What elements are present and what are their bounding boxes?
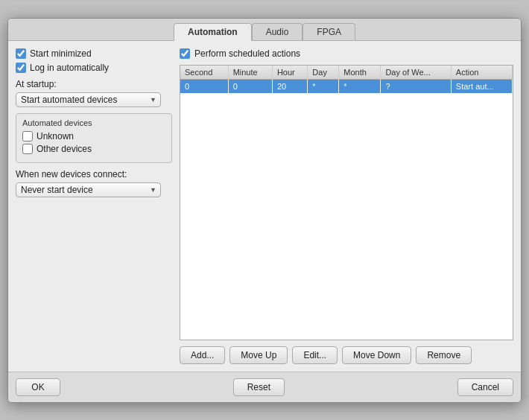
- perform-scheduled-checkbox[interactable]: [180, 48, 190, 59]
- cell-minute: 0: [228, 79, 272, 93]
- cell-dow: ?: [381, 79, 451, 93]
- tab-bar: Automation Audio FPGA: [8, 19, 521, 41]
- left-panel: Start minimized Log in automatically At …: [16, 48, 172, 364]
- tab-automation[interactable]: Automation: [174, 23, 252, 41]
- log-in-auto-row: Log in automatically: [16, 63, 172, 73]
- never-start-select-wrapper: Never start device Always start device A…: [16, 182, 161, 197]
- edit-button[interactable]: Edit...: [292, 346, 338, 364]
- col-second: Second: [180, 66, 228, 80]
- col-month: Month: [339, 66, 381, 80]
- perform-scheduled-row: Perform scheduled actions: [180, 48, 513, 59]
- at-startup-label: At startup:: [16, 79, 172, 89]
- table-buttons-row: Add... Move Up Edit... Move Down Remove: [180, 346, 513, 364]
- content-area: Start minimized Log in automatically At …: [8, 41, 521, 372]
- col-dow: Day of We...: [381, 66, 451, 80]
- cell-month: *: [339, 79, 381, 93]
- automated-devices-group: Automated devices Unknown Other devices: [16, 113, 172, 163]
- table-header-row: Second Minute Hour Day Month Day of We..…: [180, 66, 513, 80]
- start-minimized-checkbox[interactable]: [16, 48, 26, 59]
- remove-button[interactable]: Remove: [416, 346, 472, 364]
- tab-audio[interactable]: Audio: [252, 23, 303, 40]
- other-devices-label: Other devices: [37, 144, 92, 154]
- reset-button[interactable]: Reset: [233, 378, 285, 396]
- unknown-checkbox[interactable]: [22, 131, 33, 141]
- unknown-row: Unknown: [22, 131, 165, 141]
- col-hour: Hour: [272, 66, 307, 80]
- automated-devices-title: Automated devices: [22, 118, 165, 127]
- never-start-select[interactable]: Never start device Always start device A…: [16, 182, 161, 197]
- log-in-auto-checkbox[interactable]: [16, 63, 26, 73]
- main-window: Automation Audio FPGA Start minimized Lo…: [7, 18, 522, 403]
- table-row[interactable]: 0 0 20 * * ? Start aut...: [180, 79, 513, 93]
- cell-day: *: [308, 79, 339, 93]
- when-new-label: When new devices connect:: [16, 169, 172, 179]
- log-in-auto-label: Log in automatically: [30, 63, 109, 73]
- perform-scheduled-label: Perform scheduled actions: [194, 48, 300, 59]
- bottom-bar: OK Reset Cancel: [8, 372, 521, 402]
- other-devices-row: Other devices: [22, 144, 165, 154]
- cell-hour: 20: [272, 79, 307, 93]
- add-button[interactable]: Add...: [180, 346, 225, 364]
- right-panel: Perform scheduled actions Second Minute …: [180, 48, 513, 364]
- schedule-table: Second Minute Hour Day Month Day of We..…: [180, 66, 513, 93]
- schedule-table-container: Second Minute Hour Day Month Day of We..…: [180, 65, 513, 340]
- move-down-button[interactable]: Move Down: [342, 346, 411, 364]
- other-devices-checkbox[interactable]: [22, 144, 33, 154]
- col-action: Action: [451, 66, 512, 80]
- tab-fpga[interactable]: FPGA: [302, 23, 355, 40]
- start-minimized-label: Start minimized: [30, 48, 92, 59]
- cell-second: 0: [180, 79, 228, 93]
- move-up-button[interactable]: Move Up: [229, 346, 288, 364]
- at-startup-select[interactable]: Start automated devices Do nothing Start…: [16, 92, 161, 107]
- cancel-button[interactable]: Cancel: [457, 378, 513, 396]
- col-minute: Minute: [228, 66, 272, 80]
- cell-action: Start aut...: [451, 79, 512, 93]
- ok-button[interactable]: OK: [16, 378, 60, 396]
- start-minimized-row: Start minimized: [16, 48, 172, 59]
- col-day: Day: [308, 66, 339, 80]
- unknown-label: Unknown: [37, 131, 74, 141]
- at-startup-select-wrapper: Start automated devices Do nothing Start…: [16, 92, 161, 107]
